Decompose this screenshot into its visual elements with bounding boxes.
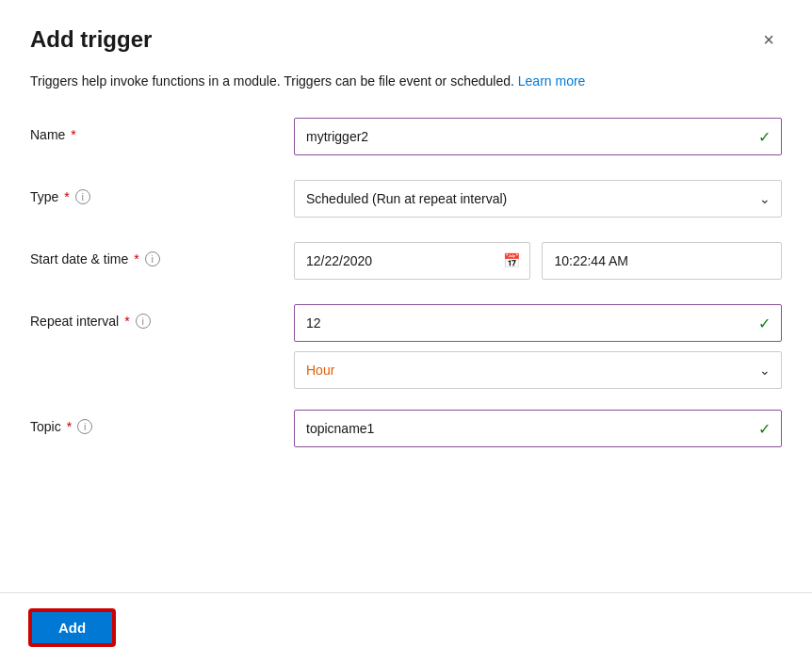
add-trigger-dialog: Add trigger × Triggers help invoke funct… bbox=[0, 0, 812, 662]
name-required: * bbox=[71, 127, 75, 142]
date-input[interactable] bbox=[294, 242, 530, 280]
date-wrapper: 📅 bbox=[294, 242, 530, 280]
repeat-row: Repeat interval * i ✓ Hour Minute bbox=[30, 304, 782, 389]
name-row: Name * ✓ bbox=[30, 118, 782, 159]
hour-select[interactable]: Hour Minute Second Day bbox=[294, 351, 782, 389]
type-info-icon: i bbox=[75, 189, 90, 204]
repeat-required: * bbox=[124, 314, 129, 329]
topic-required: * bbox=[67, 419, 72, 434]
type-row: Type * i Scheduled (Run at repeat interv… bbox=[30, 180, 782, 221]
type-control: Scheduled (Run at repeat interval) File … bbox=[294, 180, 782, 218]
time-input[interactable] bbox=[542, 242, 782, 280]
learn-more-link[interactable]: Learn more bbox=[518, 73, 586, 89]
repeat-input-wrapper: ✓ bbox=[294, 304, 782, 342]
topic-info-icon: i bbox=[77, 419, 92, 434]
datetime-control: 📅 bbox=[294, 242, 782, 280]
topic-input-wrapper: ✓ bbox=[294, 410, 782, 447]
add-button[interactable]: Add bbox=[30, 610, 114, 645]
name-control: ✓ bbox=[294, 118, 782, 155]
datetime-info-icon: i bbox=[145, 251, 160, 266]
repeat-label: Repeat interval * i bbox=[30, 304, 294, 329]
repeat-input[interactable] bbox=[294, 304, 782, 342]
topic-control: ✓ bbox=[294, 410, 782, 447]
interval-controls: ✓ Hour Minute Second Day ⌄ bbox=[294, 304, 782, 389]
repeat-control: ✓ Hour Minute Second Day ⌄ bbox=[294, 304, 782, 389]
name-label: Name * bbox=[30, 118, 294, 142]
repeat-info-icon: i bbox=[136, 314, 151, 329]
name-input[interactable] bbox=[294, 118, 782, 155]
datetime-label: Start date & time * i bbox=[30, 242, 294, 266]
name-input-wrapper: ✓ bbox=[294, 118, 782, 155]
datetime-inputs: 📅 bbox=[294, 242, 782, 280]
topic-row: Topic * i ✓ bbox=[30, 410, 782, 451]
type-select-wrapper: Scheduled (Run at repeat interval) File … bbox=[294, 180, 782, 218]
type-required: * bbox=[64, 189, 69, 204]
topic-label: Topic * i bbox=[30, 410, 294, 434]
dialog-body: Triggers help invoke functions in a modu… bbox=[0, 64, 812, 592]
type-select[interactable]: Scheduled (Run at repeat interval) File … bbox=[294, 180, 782, 218]
topic-input[interactable] bbox=[294, 410, 782, 447]
dialog-footer: Add bbox=[0, 592, 812, 662]
dialog-title: Add trigger bbox=[30, 26, 152, 53]
type-label: Type * i bbox=[30, 180, 294, 204]
dialog-header: Add trigger × bbox=[0, 0, 812, 64]
datetime-row: Start date & time * i 📅 bbox=[30, 242, 782, 283]
info-text: Triggers help invoke functions in a modu… bbox=[30, 72, 782, 91]
hour-select-wrapper: Hour Minute Second Day ⌄ bbox=[294, 351, 782, 389]
datetime-required: * bbox=[134, 251, 138, 266]
close-button[interactable]: × bbox=[755, 26, 782, 53]
